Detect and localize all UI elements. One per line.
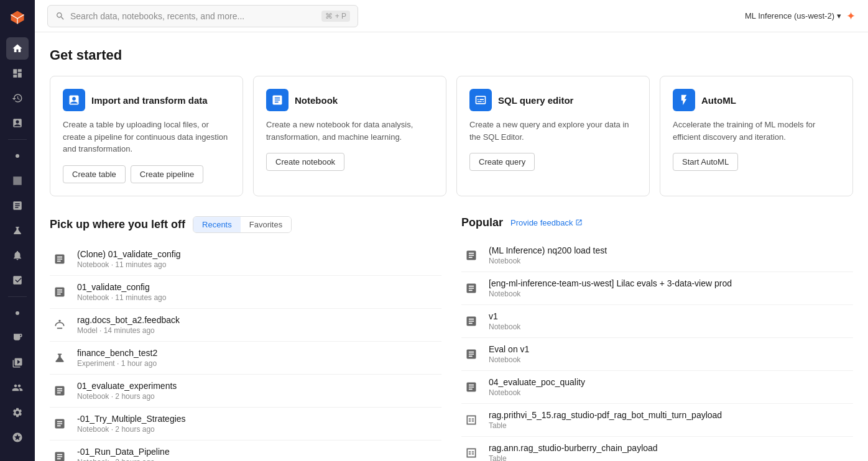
- sidebar-marketplace[interactable]: [6, 426, 29, 449]
- tab-recents[interactable]: Recents: [193, 217, 241, 232]
- sidebar-settings[interactable]: [6, 401, 29, 424]
- create-pipeline-button[interactable]: Create pipeline: [131, 165, 203, 183]
- sidebar-notebooks[interactable]: [6, 194, 29, 217]
- search-bar[interactable]: Search data, notebooks, recents, and mor…: [47, 5, 358, 27]
- sidebar-dashboard[interactable]: [6, 62, 29, 84]
- recents-panel: Pick up where you left off Recents Favor…: [50, 216, 441, 462]
- recent-item-meta: Notebook · 2 hours ago: [77, 392, 441, 401]
- card-notebook-desc: Create a new notebook for data analysis,…: [266, 119, 433, 143]
- popular-item-meta: Notebook: [489, 355, 853, 364]
- sidebar-more-2[interactable]: [6, 302, 29, 324]
- popular-list-item[interactable]: Eval on v1 Notebook: [461, 338, 853, 371]
- popular-item-info: rag.prithvi_5_15.rag_studio-pdf_rag_bot_…: [489, 410, 853, 430]
- recents-title: Pick up where you left off: [50, 218, 185, 231]
- sidebar-history[interactable]: [6, 87, 29, 109]
- popular-list-item[interactable]: v1 Notebook: [461, 305, 853, 338]
- card-sql-actions: Create query: [469, 153, 637, 171]
- sidebar-pipelines[interactable]: [6, 269, 29, 291]
- recent-list-item[interactable]: 01_evaluate_experiments Notebook · 2 hou…: [50, 375, 441, 408]
- recent-item-name: finance_bench_test2: [77, 348, 441, 358]
- sidebar-home[interactable]: [6, 37, 29, 60]
- sidebar-more-1[interactable]: [6, 145, 29, 167]
- sidebar-users[interactable]: [6, 377, 29, 399]
- popular-item-meta: Notebook: [489, 322, 853, 331]
- recent-item-info: rag.docs_bot_a2.feedback Model · 14 minu…: [77, 315, 441, 335]
- card-automl-header: AutoML: [673, 89, 840, 111]
- recent-list-item[interactable]: 01_validate_config Notebook · 11 minutes…: [50, 276, 441, 309]
- tab-favorites[interactable]: Favorites: [241, 217, 291, 232]
- card-import-header: Import and transform data: [63, 89, 230, 111]
- popular-item-icon: [461, 344, 481, 364]
- popular-list-item[interactable]: (ML Inference) nq200 load test Notebook: [461, 239, 853, 272]
- workspace-selector[interactable]: ML Inference (us-west-2) ▾: [745, 11, 841, 21]
- create-query-button[interactable]: Create query: [469, 153, 535, 171]
- popular-list: (ML Inference) nq200 load test Notebook …: [461, 239, 853, 462]
- popular-title: Popular: [461, 216, 503, 229]
- search-placeholder: Search data, notebooks, recents, and mor…: [70, 11, 244, 21]
- popular-item-meta: Notebook: [489, 290, 853, 298]
- popular-item-icon: [461, 278, 481, 298]
- recent-item-meta: Notebook · 11 minutes ago: [77, 260, 441, 269]
- recent-item-icon: [50, 315, 70, 335]
- recent-item-name: -01_Run_Data_Pipeline: [77, 447, 441, 457]
- sidebar-data[interactable]: [6, 170, 29, 192]
- popular-item-name: Eval on v1: [489, 344, 800, 354]
- recent-list-item[interactable]: rag.docs_bot_a2.feedback Model · 14 minu…: [50, 309, 441, 342]
- external-link-icon: [575, 219, 583, 226]
- create-notebook-button[interactable]: Create notebook: [266, 153, 344, 171]
- popular-item-icon: [461, 311, 481, 331]
- card-notebook: Notebook Create a new notebook for data …: [253, 76, 446, 196]
- recent-list-item[interactable]: finance_bench_test2 Experiment · 1 hour …: [50, 342, 441, 375]
- recent-item-meta: Notebook · 2 hours ago: [77, 458, 441, 462]
- recent-item-meta: Notebook · 11 minutes ago: [77, 293, 441, 302]
- card-sql-header: SQL query editor: [469, 89, 637, 111]
- popular-item-info: rag.ann.rag_studio-burberry_chain_payloa…: [489, 443, 853, 462]
- popular-list-item[interactable]: rag.ann.rag_studio-burberry_chain_payloa…: [461, 437, 853, 462]
- popular-item-name: rag.prithvi_5_15.rag_studio-pdf_rag_bot_…: [489, 410, 800, 420]
- main-content: Search data, notebooks, recents, and mor…: [35, 0, 868, 461]
- popular-item-info: (ML Inference) nq200 load test Notebook: [489, 245, 853, 265]
- recent-item-meta: Model · 14 minutes ago: [77, 326, 441, 335]
- recent-item-name: rag.docs_bot_a2.feedback: [77, 315, 441, 325]
- popular-item-meta: Table: [489, 421, 853, 430]
- popular-item-info: Eval on v1 Notebook: [489, 344, 853, 364]
- sidebar-compute[interactable]: [6, 327, 29, 349]
- recent-item-info: -01_Run_Data_Pipeline Notebook · 2 hours…: [77, 447, 441, 462]
- recent-item-icon: [50, 381, 70, 401]
- page-title: Get started: [50, 47, 853, 63]
- create-table-button[interactable]: Create table: [63, 165, 126, 183]
- recent-item-icon: [50, 348, 70, 368]
- popular-item-info: 04_evaluate_poc_quality Notebook: [489, 377, 853, 397]
- sidebar-alerts[interactable]: [6, 244, 29, 267]
- recents-header: Pick up where you left off Recents Favor…: [50, 216, 441, 233]
- provide-feedback-link[interactable]: Provide feedback: [510, 218, 583, 227]
- search-shortcut: ⌘ + P: [321, 11, 350, 22]
- sidebar-experiments[interactable]: [6, 219, 29, 242]
- popular-item-meta: Notebook: [489, 388, 853, 397]
- popular-item-name: [eng-ml-inference-team-us-west] Lilac ev…: [489, 278, 800, 288]
- provide-feedback-label: Provide feedback: [510, 218, 573, 227]
- recents-tabs: Recents Favorites: [193, 216, 292, 233]
- start-automl-button[interactable]: Start AutoML: [673, 153, 738, 171]
- recent-item-icon: [50, 447, 70, 462]
- popular-list-item[interactable]: [eng-ml-inference-team-us-west] Lilac ev…: [461, 272, 853, 305]
- card-sql-title: SQL query editor: [498, 95, 573, 106]
- recents-list: (Clone) 01_validate_config Notebook · 11…: [50, 243, 441, 462]
- card-sql-icon: [469, 89, 492, 111]
- sidebar-workflows[interactable]: [6, 112, 29, 134]
- workspace-arrow: ▾: [837, 11, 841, 21]
- databricks-logo[interactable]: [5, 5, 30, 30]
- popular-item-meta: Table: [489, 454, 853, 462]
- card-notebook-header: Notebook: [266, 89, 433, 111]
- popular-list-item[interactable]: 04_evaluate_poc_quality Notebook: [461, 371, 853, 404]
- card-notebook-actions: Create notebook: [266, 153, 433, 171]
- popular-item-icon: [461, 245, 481, 265]
- recent-list-item[interactable]: -01_Run_Data_Pipeline Notebook · 2 hours…: [50, 440, 441, 462]
- bottom-section: Pick up where you left off Recents Favor…: [50, 216, 853, 462]
- recent-list-item[interactable]: (Clone) 01_validate_config Notebook · 11…: [50, 243, 441, 276]
- recent-item-info: 01_evaluate_experiments Notebook · 2 hou…: [77, 381, 441, 401]
- recent-item-name: -01_Try_Multiple_Strategies: [77, 414, 441, 424]
- sidebar-jobs[interactable]: [6, 352, 29, 374]
- popular-list-item[interactable]: rag.prithvi_5_15.rag_studio-pdf_rag_bot_…: [461, 404, 853, 437]
- recent-list-item[interactable]: -01_Try_Multiple_Strategies Notebook · 2…: [50, 408, 441, 440]
